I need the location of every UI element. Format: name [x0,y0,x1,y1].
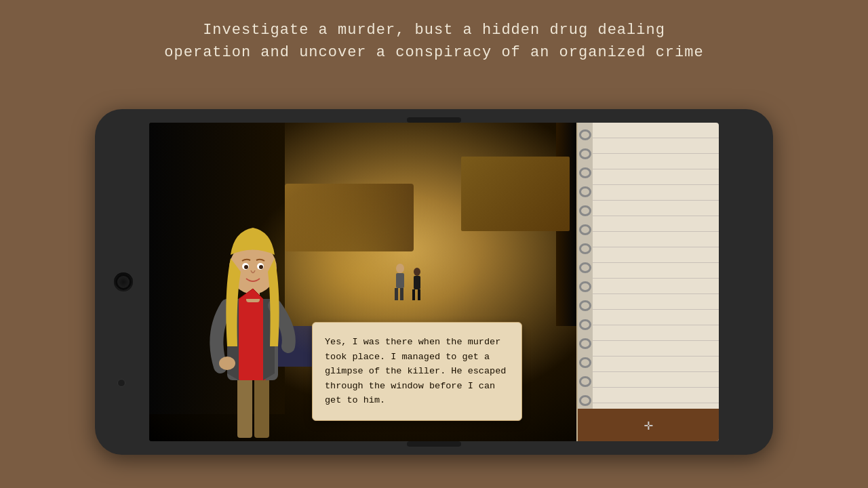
dialog-text: Yes, I was there when the murder took pl… [325,337,506,405]
svg-point-4 [414,268,420,276]
svg-rect-1 [396,273,404,288]
spiral-coil [579,281,591,292]
spiral-coil [579,243,591,254]
shelf-furniture [461,157,570,231]
game-area[interactable]: Yes, I was there when the murder took pl… [149,123,576,441]
move-icon: ✛ [644,416,652,434]
spiral-coil [579,262,591,273]
camera-dot [117,379,125,387]
phone-wrapper: Yes, I was there when the murder took pl… [0,76,868,488]
svg-point-18 [259,265,263,269]
phone-top-bar [407,117,461,123]
background-characters [380,258,434,312]
spiral-coil [579,338,591,349]
svg-rect-5 [414,276,420,289]
spiral-coil [579,186,591,197]
spiral-coil [579,205,591,216]
svg-point-0 [396,264,404,273]
spiral-coil [579,319,591,330]
phone-bottom-bar [407,441,461,447]
spiral-coil [579,300,591,311]
notebook-area: ✛ [576,123,719,441]
svg-rect-6 [412,289,415,300]
svg-rect-9 [254,373,269,438]
svg-rect-3 [400,288,403,300]
svg-rect-2 [395,288,398,300]
main-character [190,211,312,441]
game-screen: Yes, I was there when the murder took pl… [149,123,719,441]
svg-rect-7 [418,289,420,300]
spiral-coil [579,224,591,235]
notebook-lines [593,123,719,407]
tagline-line1: Investigate a murder, bust a hidden drug… [203,22,665,39]
tagline-line2: operation and uncover a conspiracy of an… [164,44,703,61]
spiral-coil [579,395,591,406]
tagline: Investigate a murder, bust a hidden drug… [110,0,757,76]
phone-device: Yes, I was there when the murder took pl… [95,109,773,455]
spiral-coil [579,129,591,140]
svg-point-12 [219,357,235,370]
dialog-box[interactable]: Yes, I was there when the murder took pl… [312,322,522,421]
spiral-coil [579,148,591,159]
speaker-grill [114,272,133,291]
notebook-move-bar[interactable]: ✛ [578,409,719,441]
spiral-coil [579,376,591,387]
spiral-coil [579,357,591,368]
svg-rect-11 [239,299,266,380]
spiral-binding [578,123,593,441]
spiral-coil [579,167,591,178]
svg-rect-8 [237,373,252,438]
svg-point-17 [244,265,248,269]
